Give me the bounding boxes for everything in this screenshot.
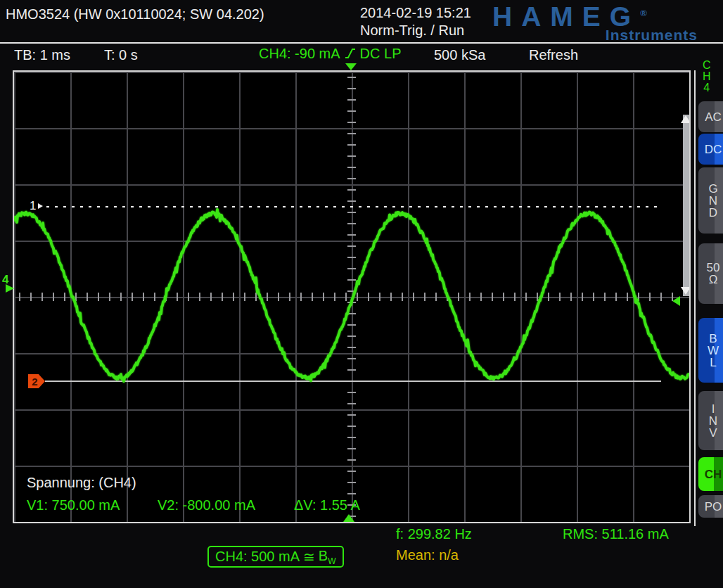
oscilloscope-screen: HMO3524 (HW 0x10110024; SW 04.202) 2014-…: [0, 0, 723, 588]
header-divider: [0, 42, 723, 44]
device-title: HMO3524 (HW 0x10110024; SW 04.202): [6, 7, 264, 21]
waveform-trace: [14, 210, 689, 381]
channel4-marker-arrow-icon: [6, 284, 14, 293]
trigger-settings-readout: CH4: -90 mA DC LP: [259, 46, 402, 60]
sidebar-divider: [694, 70, 696, 526]
trigger-coupling: DC LP: [360, 46, 402, 60]
waveform-plot: [14, 72, 689, 522]
time-reference-marker-icon: [343, 514, 354, 522]
hameg-logo: HAMEG® Instruments: [492, 1, 705, 44]
trigger-source-level: CH4: -90 mA: [259, 46, 340, 60]
waveform-graticule: 1 2: [13, 70, 691, 523]
logo-brand: HAMEG®: [492, 1, 705, 30]
vertical-scrollbar[interactable]: [683, 115, 689, 296]
softkey-gnd[interactable]: G N D: [698, 167, 723, 234]
delta-v-readout: ΔV: 1.55 A: [294, 498, 360, 512]
sidebar-channel-label: C H 4: [703, 60, 711, 94]
datetime: 2014-02-19 15:21: [360, 6, 471, 20]
softkey-dc-coupling[interactable]: DC: [698, 134, 723, 165]
timebase-readout: TB: 1 ms: [14, 48, 70, 62]
acquisition-mode-readout: Refresh: [529, 48, 578, 62]
softkey-position[interactable]: PO: [698, 495, 723, 518]
cursor-v2-readout: V2: -800.00 mA: [158, 498, 255, 512]
trigger-level-marker-icon: [672, 296, 680, 306]
mean-readout: Mean: n/a: [396, 548, 459, 562]
scroll-up-arrow-icon[interactable]: [681, 115, 691, 123]
softkey-bandwidth-limit[interactable]: B W L: [698, 318, 723, 383]
softkey-channel[interactable]: CH: [698, 457, 723, 491]
cursor-v1-readout: V1: 750.00 mA: [27, 498, 120, 512]
softkey-ac-coupling[interactable]: AC: [698, 101, 723, 132]
registered-mark-icon: ®: [640, 8, 647, 18]
softkey-50ohm[interactable]: 50 Ω: [698, 243, 723, 304]
trigger-time-readout: T: 0 s: [104, 48, 138, 62]
bandwidth-limit-indicator: BW: [319, 548, 336, 566]
approx-symbol: ≅: [303, 549, 315, 565]
measurement-title: Spannung: (CH4): [27, 475, 136, 490]
rising-edge-icon: [345, 46, 356, 60]
trigger-run-status: Norm-Trig. / Run: [360, 23, 464, 37]
channel-scale-value: CH4: 500 mA: [215, 549, 300, 565]
scroll-down-arrow-icon[interactable]: [681, 287, 691, 295]
channel-scale-box: CH4: 500 mA ≅ BW: [207, 546, 344, 568]
frequency-readout: f: 299.82 Hz: [396, 527, 472, 541]
sample-rate-readout: 500 kSa: [434, 48, 485, 62]
rms-readout: RMS: 511.16 mA: [563, 527, 669, 541]
softkey-invert[interactable]: I N V: [698, 391, 723, 450]
trigger-position-marker-icon: [345, 63, 357, 70]
